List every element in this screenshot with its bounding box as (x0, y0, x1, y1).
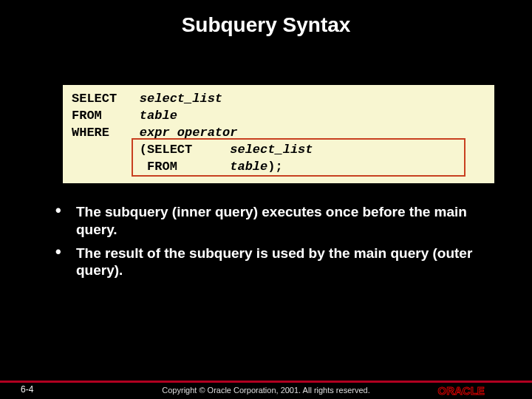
bullet-item: • The result of the subquery is used by … (55, 245, 477, 280)
bullet-text: The result of the subquery is used by th… (76, 245, 477, 280)
oracle-logo-text: ORACLE (438, 384, 485, 397)
bullet-text: The subquery (inner query) executes once… (76, 203, 477, 239)
kw-from: FROM (72, 109, 102, 123)
kw-select: SELECT (72, 92, 117, 106)
it-sub-select-list: select_list (230, 143, 313, 157)
slide: Subquery Syntax SELECT select_list FROM … (0, 0, 532, 399)
open-subquery: (SELECT (140, 143, 192, 157)
slide-title: Subquery Syntax (0, 0, 532, 44)
footer-divider (0, 381, 532, 383)
kw-sub-from: FROM (147, 160, 177, 174)
bullet-item: • The subquery (inner query) executes on… (55, 203, 477, 239)
oracle-logo: ORACLE (436, 384, 517, 398)
it-expr: expr operator (140, 126, 238, 140)
bullet-list: • The subquery (inner query) executes on… (55, 203, 477, 285)
bullet-dot-icon: • (55, 245, 76, 280)
close-subquery: ); (267, 160, 282, 174)
kw-where: WHERE (72, 126, 109, 140)
it-table: table (140, 109, 177, 123)
code-block: SELECT select_list FROM table WHERE expr… (63, 85, 494, 183)
it-select-list: select_list (140, 92, 222, 106)
it-sub-table: table (230, 160, 267, 174)
bullet-dot-icon: • (55, 203, 76, 239)
